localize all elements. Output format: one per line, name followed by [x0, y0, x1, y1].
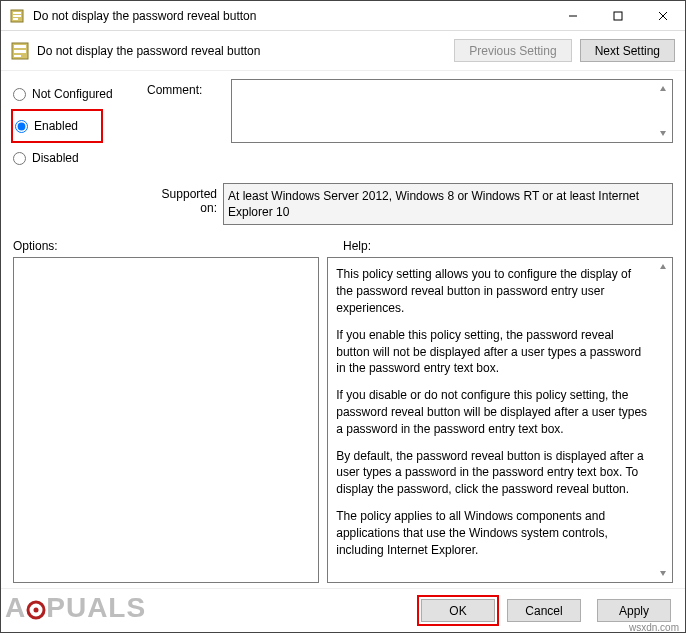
dialog-footer: OK Cancel Apply [1, 588, 685, 632]
radio-not-configured[interactable]: Not Configured [13, 83, 143, 105]
supported-on-label: Supported on: [143, 183, 223, 225]
radio-label-disabled: Disabled [32, 151, 79, 165]
scroll-up-icon[interactable] [655, 259, 671, 275]
title-bar: Do not display the password reveal butto… [1, 1, 685, 31]
setting-icon [11, 42, 29, 60]
help-paragraph: By default, the password reveal button i… [336, 448, 650, 498]
content-area: Not Configured Enabled Disabled Comment: [1, 71, 685, 588]
svg-rect-5 [614, 12, 622, 20]
help-panel: This policy setting allows you to config… [327, 257, 673, 583]
help-paragraph: If you enable this policy setting, the p… [336, 327, 650, 377]
svg-rect-3 [13, 18, 18, 20]
scroll-down-icon[interactable] [655, 125, 671, 141]
help-label: Help: [343, 237, 673, 253]
options-label: Options: [13, 237, 343, 253]
dialog-window: Do not display the password reveal butto… [0, 0, 686, 633]
setting-title: Do not display the password reveal butto… [37, 44, 454, 58]
radio-enabled[interactable]: Enabled [15, 115, 99, 137]
close-button[interactable] [640, 1, 685, 31]
radio-enabled-input[interactable] [15, 120, 28, 133]
svg-marker-13 [660, 131, 666, 136]
svg-rect-11 [14, 55, 21, 57]
scroll-down-icon[interactable] [655, 565, 671, 581]
svg-rect-9 [14, 45, 26, 48]
svg-marker-15 [660, 571, 666, 576]
svg-rect-10 [14, 50, 26, 53]
svg-marker-14 [660, 264, 666, 269]
svg-rect-1 [13, 12, 21, 14]
help-paragraph: The policy applies to all Windows compon… [336, 508, 650, 558]
setting-toolbar: Do not display the password reveal butto… [1, 31, 685, 71]
radio-label-not-configured: Not Configured [32, 87, 113, 101]
radio-disabled[interactable]: Disabled [13, 147, 143, 169]
options-panel [13, 257, 319, 583]
svg-rect-2 [13, 15, 21, 17]
minimize-button[interactable] [550, 1, 595, 31]
help-paragraph: If you disable or do not configure this … [336, 387, 650, 437]
radio-disabled-input[interactable] [13, 152, 26, 165]
next-setting-button[interactable]: Next Setting [580, 39, 675, 62]
state-radio-group: Not Configured Enabled Disabled [13, 79, 143, 173]
window-title: Do not display the password reveal butto… [33, 9, 550, 23]
app-icon [9, 8, 25, 24]
radio-label-enabled: Enabled [34, 119, 78, 133]
apply-button[interactable]: Apply [597, 599, 671, 622]
help-paragraph: This policy setting allows you to config… [336, 266, 650, 316]
comment-textarea[interactable] [231, 79, 673, 143]
comment-label: Comment: [147, 79, 227, 173]
source-watermark: wsxdn.com [629, 622, 679, 633]
cancel-button[interactable]: Cancel [507, 599, 581, 622]
radio-not-configured-input[interactable] [13, 88, 26, 101]
scroll-up-icon[interactable] [655, 81, 671, 97]
maximize-button[interactable] [595, 1, 640, 31]
ok-button[interactable]: OK [421, 599, 495, 622]
svg-marker-12 [660, 86, 666, 91]
supported-on-value: At least Windows Server 2012, Windows 8 … [223, 183, 673, 225]
previous-setting-button[interactable]: Previous Setting [454, 39, 571, 62]
